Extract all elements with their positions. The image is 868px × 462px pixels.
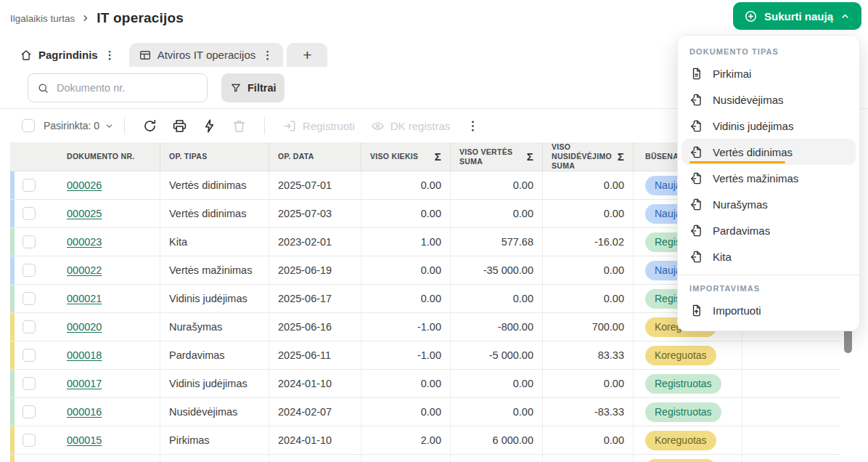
selected-count-dropdown[interactable]: Pasirinkta: 0: [44, 120, 114, 131]
kebab-menu-icon: [465, 118, 480, 134]
table-row: 000018Pardavimas2025-06-11-1.00-5 000.00…: [10, 341, 840, 370]
create-new-button[interactable]: Sukurti naują: [733, 2, 861, 30]
tab-menu-icon[interactable]: ⋮: [104, 49, 116, 60]
search-input[interactable]: [57, 82, 198, 94]
document-export-icon: [689, 250, 703, 264]
document-import-icon: [689, 304, 703, 317]
select-all-checkbox[interactable]: [22, 119, 35, 132]
tab-atviros-it-operacijos[interactable]: Atviros IT operacijos ⋮: [129, 43, 284, 67]
row-checkbox-cell: [15, 313, 58, 341]
document-number-link[interactable]: 000016: [67, 406, 102, 418]
document-export-icon: [689, 93, 703, 107]
op-date-cell: 2023-02-01: [269, 228, 361, 256]
status-cell: Registruotas: [633, 398, 742, 426]
menu-item-vidinis-judejimas[interactable]: Vidinis judėjimas: [681, 113, 856, 139]
viso-nusidevejimo-suma-cell: -16.02: [542, 228, 633, 256]
row-checkbox[interactable]: [22, 320, 36, 333]
dk-registras-button[interactable]: DK registras: [363, 119, 459, 133]
filter-button[interactable]: Filtrai: [221, 73, 284, 102]
column-header-op-data[interactable]: OP. DATA: [269, 142, 361, 171]
menu-item-label: Pardavimas: [713, 224, 770, 237]
row-checkbox[interactable]: [22, 405, 36, 418]
document-number-link[interactable]: 000018: [67, 349, 102, 361]
row-checkbox[interactable]: [22, 434, 36, 447]
table-row: 000015Pirkimas2024-01-102.006 000.000.00…: [10, 426, 840, 455]
viso-nusidevejimo-suma-cell: 0.00: [542, 426, 633, 454]
op-date-cell: 2025-06-16: [269, 313, 361, 341]
op-date-cell: 2024-01-10: [269, 426, 361, 454]
document-number-link[interactable]: 000023: [67, 236, 102, 248]
menu-item-pardavimas[interactable]: Pardavimas: [681, 217, 856, 243]
row-checkbox[interactable]: [22, 264, 36, 277]
viso-vertes-suma-cell: 0.00: [450, 370, 542, 397]
extra-cell: [742, 370, 840, 397]
viso-vertes-suma-cell: -35 000.00: [450, 256, 542, 284]
breadcrumb-parent-link[interactable]: Ilgalaikis turtas: [10, 13, 75, 24]
row-checkbox-cell: [15, 200, 58, 227]
viso-kiekis-cell: [361, 455, 450, 462]
column-header-viso-vertes-suma[interactable]: VISO VERTĖS SUMAΣ: [450, 142, 542, 171]
column-header-op-tipas[interactable]: OP. TIPAS: [160, 142, 269, 171]
row-checkbox[interactable]: [22, 207, 36, 220]
table-row: 000017Vidinis judėjimas2024-01-100.000.0…: [10, 370, 840, 398]
document-number-link[interactable]: 000022: [67, 264, 102, 276]
op-type-cell: Vidinis judėjimas: [160, 370, 269, 397]
menu-item-vertes-mazinimas[interactable]: Vertės mažinimas: [681, 165, 856, 191]
viso-kiekis-cell: 0.00: [361, 398, 450, 426]
menu-item-label: Pirkimai: [713, 68, 751, 80]
print-button[interactable]: [165, 118, 195, 134]
tab-menu-icon[interactable]: ⋮: [261, 49, 274, 60]
document-export-icon: [689, 198, 703, 211]
viso-nusidevejimo-suma-cell: 0.00: [542, 370, 633, 397]
document-number-link[interactable]: 000025: [67, 208, 102, 219]
row-checkbox-cell: [15, 256, 58, 284]
add-tab-button[interactable]: +: [287, 43, 327, 67]
document-number-cell: 000023: [58, 228, 160, 256]
document-number-link[interactable]: 000021: [67, 293, 102, 304]
trash-icon: [232, 118, 247, 134]
menu-item-importuoti[interactable]: Importuoti: [681, 297, 856, 323]
page-title: IT operacijos: [97, 10, 184, 26]
delete-button[interactable]: [224, 118, 254, 134]
column-header-viso-kiekis[interactable]: VISO KIEKISΣ: [361, 142, 450, 171]
menu-item-pirkimai[interactable]: Pirkimai: [681, 60, 856, 86]
menu-item-nusidevejimas[interactable]: Nusidėvėjimas: [681, 86, 856, 113]
document-number-link[interactable]: 000020: [67, 321, 102, 333]
viso-vertes-suma-cell: 6 000.00: [450, 426, 542, 454]
row-checkbox[interactable]: [22, 179, 36, 192]
sum-icon[interactable]: Σ: [618, 152, 624, 161]
create-new-button-label: Sukurti naują: [764, 10, 833, 23]
tab-pagrindinis[interactable]: Pagrindinis ⋮: [10, 43, 126, 67]
toolbar-divider: [124, 117, 125, 134]
document-number-link[interactable]: 000017: [67, 378, 102, 389]
row-checkbox[interactable]: [22, 349, 36, 362]
row-checkbox-cell: [15, 370, 58, 397]
viso-kiekis-cell: -1.00: [361, 341, 450, 369]
toolbar-more-button[interactable]: [459, 118, 486, 134]
menu-item-nurasymas[interactable]: Nurašymas: [681, 191, 856, 217]
document-number-link[interactable]: 000026: [67, 179, 102, 191]
menu-item-kita[interactable]: Kita: [681, 243, 856, 270]
register-button[interactable]: Registruoti: [275, 119, 363, 133]
row-checkbox[interactable]: [22, 377, 36, 390]
refresh-button[interactable]: [135, 118, 165, 134]
viso-nusidevejimo-suma-cell: [542, 455, 633, 462]
viso-vertes-suma-cell: 0.00: [450, 285, 542, 312]
document-number-link[interactable]: 000015: [67, 434, 102, 446]
viso-nusidevejimo-suma-cell: 0.00: [542, 200, 633, 227]
column-header-viso-nusidevejimo-suma[interactable]: VISO NUSIDĖVĖJIMO SUMAΣ: [542, 142, 633, 171]
document-export-icon: [689, 145, 703, 159]
column-header-dokumento-nr[interactable]: DOKUMENTO NR.: [58, 142, 160, 171]
viso-kiekis-cell: -1.00: [361, 313, 450, 341]
row-checkbox[interactable]: [22, 235, 36, 248]
sum-icon[interactable]: Σ: [527, 152, 533, 161]
row-checkbox-cell: [15, 228, 58, 256]
op-type-cell: Pirkimas: [160, 426, 269, 454]
menu-item-vertes-didinimas[interactable]: Vertės didinimas: [681, 139, 856, 165]
status-badge: Koreguotas: [645, 459, 716, 462]
quick-action-button[interactable]: [195, 118, 224, 134]
row-checkbox[interactable]: [22, 292, 36, 305]
sum-icon[interactable]: Σ: [435, 152, 441, 161]
row-checkbox-cell: [15, 341, 58, 369]
document-number-cell: 000016: [58, 398, 160, 426]
